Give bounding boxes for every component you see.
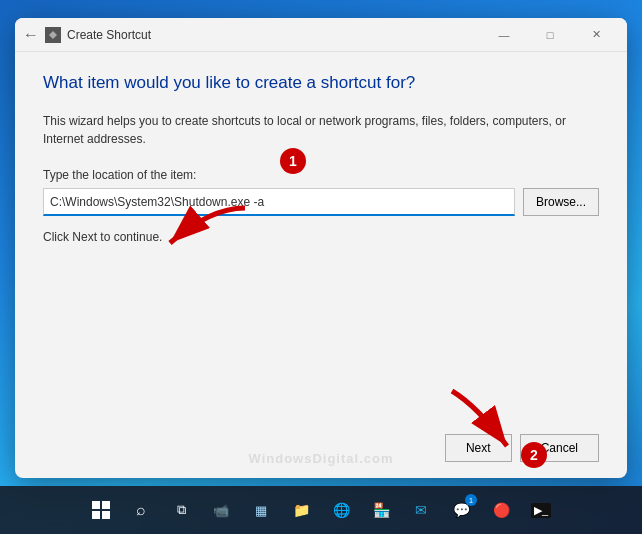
taskbar-widget[interactable]: ▦ [243, 492, 279, 528]
dialog-content: What item would you like to create a sho… [15, 52, 627, 426]
title-bar: ← Create Shortcut — □ ✕ [15, 18, 627, 52]
browse-button[interactable]: Browse... [523, 188, 599, 216]
mail-icon: ✉ [415, 502, 427, 518]
step-badge-1: 1 [280, 148, 306, 174]
teams-icon: 📹 [213, 503, 229, 518]
terminal-icon: ▶_ [531, 503, 551, 518]
back-button[interactable]: ← [23, 26, 39, 44]
taskbar: ⌕ ⧉ 📹 ▦ 📁 🌐 🏪 ✉ 💬 1 🔴 ▶_ [0, 486, 642, 534]
mail-button[interactable]: ✉ [403, 492, 439, 528]
taskview-icon: ⧉ [177, 502, 186, 518]
store-button[interactable]: 🏪 [363, 492, 399, 528]
next-button[interactable]: Next [445, 434, 512, 462]
start-button[interactable] [83, 492, 119, 528]
messenger-button[interactable]: 💬 1 [443, 492, 479, 528]
terminal-button[interactable]: ▶_ [523, 492, 559, 528]
maximize-button[interactable]: □ [527, 18, 573, 52]
search-taskbar-button[interactable]: ⌕ [123, 492, 159, 528]
file-explorer-button[interactable]: 📁 [283, 492, 319, 528]
dialog-description: This wizard helps you to create shortcut… [43, 112, 599, 148]
search-taskbar-icon: ⌕ [136, 501, 146, 519]
edge-icon: 🌐 [333, 502, 350, 518]
title-bar-text: Create Shortcut [67, 28, 481, 42]
notification-badge: 1 [465, 494, 477, 506]
close-button[interactable]: ✕ [573, 18, 619, 52]
edge-button[interactable]: 🌐 [323, 492, 359, 528]
file-explorer-icon: 📁 [293, 502, 310, 518]
windows-logo-icon [92, 501, 110, 519]
teams-button[interactable]: 📹 [203, 492, 239, 528]
create-shortcut-dialog: ← Create Shortcut — □ ✕ What item would … [15, 18, 627, 478]
minimize-button[interactable]: — [481, 18, 527, 52]
store-icon: 🏪 [373, 502, 390, 518]
location-input[interactable] [43, 188, 515, 216]
field-row: Browse... [43, 188, 599, 216]
dialog-icon [45, 27, 61, 43]
dialog-header: What item would you like to create a sho… [43, 72, 599, 94]
widget-icon: ▦ [255, 503, 267, 518]
field-label: Type the location of the item: [43, 168, 599, 182]
step-badge-2: 2 [521, 442, 547, 468]
taskview-button[interactable]: ⧉ [163, 492, 199, 528]
chrome-icon: 🔴 [493, 502, 510, 518]
click-next-text: Click Next to continue. [43, 230, 599, 244]
chrome-button[interactable]: 🔴 [483, 492, 519, 528]
window-controls: — □ ✕ [481, 18, 619, 52]
